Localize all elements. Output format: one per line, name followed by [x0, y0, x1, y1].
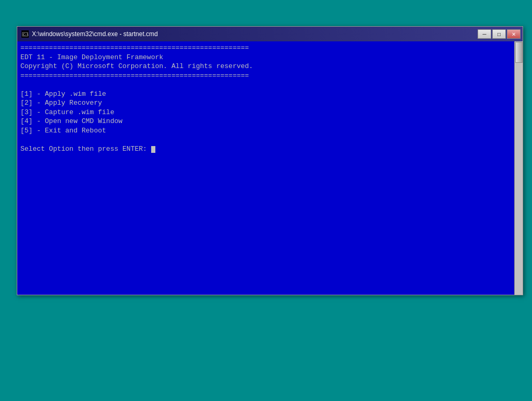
console-body[interactable]: ========================================…: [17, 41, 523, 295]
close-button[interactable]: ✕: [507, 29, 520, 39]
window-controls[interactable]: ─ □ ✕: [478, 29, 520, 39]
scrollbar-thumb[interactable]: [515, 42, 523, 63]
cursor-blink: [151, 146, 155, 153]
scrollbar[interactable]: [514, 41, 523, 295]
title-bar: C:\ X:\windows\system32\cmd.exe - startn…: [17, 27, 523, 41]
title-bar-left: C:\ X:\windows\system32\cmd.exe - startn…: [21, 30, 158, 38]
restore-button[interactable]: □: [492, 29, 506, 39]
console-output: ========================================…: [20, 43, 519, 154]
cmd-window-icon: C:\: [21, 30, 29, 38]
window-title: X:\windows\system32\cmd.exe - startnet.c…: [32, 30, 158, 38]
cmd-window[interactable]: C:\ X:\windows\system32\cmd.exe - startn…: [17, 26, 523, 295]
minimize-button[interactable]: ─: [478, 29, 491, 39]
svg-text:C:\: C:\: [23, 32, 28, 36]
